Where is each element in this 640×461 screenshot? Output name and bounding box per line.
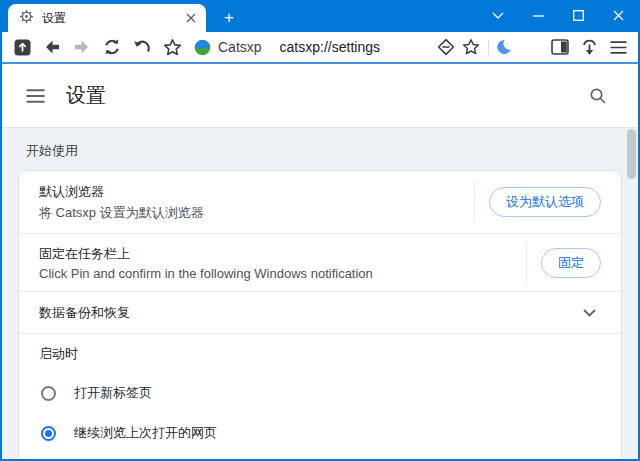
row-default-browser-text: 默认浏览器 将 Catsxp 设置为默认浏览器: [39, 183, 204, 222]
minimize-button[interactable]: [518, 0, 558, 31]
row-title: 数据备份和恢复: [39, 304, 130, 322]
startup-section-label: 启动时: [39, 345, 78, 363]
catsxp-logo-icon: [192, 37, 212, 57]
radio-label: 打开新标签页: [74, 384, 152, 402]
vertical-separator: [526, 242, 527, 284]
pin-button[interactable]: 固定: [541, 248, 601, 278]
row-default-browser: 默认浏览器 将 Catsxp 设置为默认浏览器 设为默认选项: [19, 171, 621, 233]
dark-mode-moon-icon[interactable]: [496, 37, 516, 57]
row-actions: 设为默认选项: [474, 181, 601, 223]
gear-favicon-icon: [19, 9, 34, 28]
toolbar: Catsxp catsxp://settings: [2, 32, 638, 62]
startup-option-continue[interactable]: 继续浏览上次打开的网页: [19, 413, 621, 453]
extension-diamond-icon[interactable]: [436, 37, 456, 57]
settings-content: 开始使用 默认浏览器 将 Catsxp 设置为默认浏览器 设为默认选项 固定在任…: [2, 128, 638, 458]
close-button[interactable]: [598, 0, 638, 31]
download-update-icon[interactable]: [579, 37, 599, 57]
section-label: 开始使用: [26, 142, 78, 160]
chevron-down-icon[interactable]: [577, 301, 601, 325]
toolbar-right: [436, 37, 632, 57]
radio-new-tab[interactable]: [41, 386, 56, 401]
radio-continue[interactable]: [41, 426, 56, 441]
undo-icon[interactable]: [132, 37, 152, 57]
bookmark-page-star-icon[interactable]: [461, 37, 481, 57]
side-panel-icon[interactable]: [550, 37, 570, 57]
vertical-separator: [474, 181, 475, 223]
settings-header: 设置: [2, 64, 638, 128]
url-text[interactable]: catsxp://settings: [280, 39, 380, 55]
toolbar-separator: [488, 39, 489, 55]
row-title: 默认浏览器: [39, 183, 204, 201]
tab-title: 设置: [42, 10, 174, 27]
bookmark-star-icon[interactable]: [162, 37, 182, 57]
launcher-box-icon[interactable]: [12, 37, 32, 57]
row-startup-label: 启动时: [19, 333, 621, 373]
page-title: 设置: [66, 82, 106, 109]
back-icon[interactable]: [42, 37, 62, 57]
scrollbar-thumb[interactable]: [627, 129, 636, 179]
refresh-icon[interactable]: [102, 37, 122, 57]
new-tab-button[interactable]: +: [216, 7, 242, 27]
window-controls: [478, 0, 638, 31]
forward-icon[interactable]: [72, 37, 92, 57]
tab-close-icon[interactable]: [182, 9, 200, 27]
tab-settings[interactable]: 设置: [8, 4, 206, 32]
set-default-button[interactable]: 设为默认选项: [489, 187, 601, 217]
titlebar: 设置 +: [2, 0, 638, 32]
tab-search-chevron-icon[interactable]: [478, 0, 518, 31]
settings-card: 默认浏览器 将 Catsxp 设置为默认浏览器 设为默认选项 固定在任务栏上 C…: [18, 170, 622, 458]
maximize-button[interactable]: [558, 0, 598, 31]
row-title: 固定在任务栏上: [39, 245, 373, 263]
radio-label: 继续浏览上次打开的网页: [74, 424, 217, 442]
row-subtitle: 将 Catsxp 设置为默认浏览器: [39, 204, 204, 222]
settings-menu-icon[interactable]: [24, 85, 46, 107]
row-subtitle: Click Pin and confirm in the following W…: [39, 266, 373, 281]
row-pin-taskbar: 固定在任务栏上 Click Pin and confirm in the fol…: [19, 233, 621, 291]
startup-option-new-tab[interactable]: 打开新标签页: [19, 373, 621, 413]
row-backup-restore[interactable]: 数据备份和恢复: [19, 291, 621, 333]
browser-window: 设置 +: [0, 0, 640, 461]
row-pin-taskbar-text: 固定在任务栏上 Click Pin and confirm in the fol…: [39, 245, 373, 281]
search-icon[interactable]: [586, 84, 610, 108]
menu-hamburger-icon[interactable]: [608, 37, 628, 57]
site-name: Catsxp: [218, 39, 262, 55]
row-actions: 固定: [526, 242, 601, 284]
